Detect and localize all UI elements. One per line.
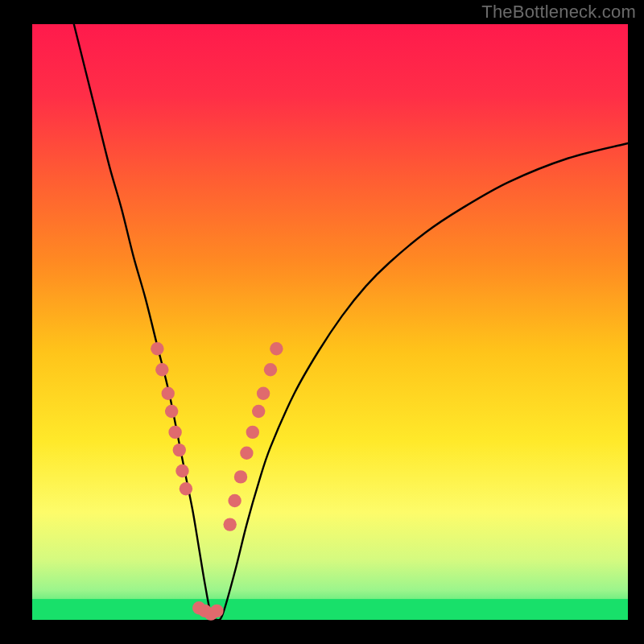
data-marker xyxy=(228,494,241,507)
chart-svg xyxy=(0,0,644,644)
data-marker xyxy=(252,405,265,418)
chart-frame: TheBottleneck.com xyxy=(0,0,644,644)
data-marker xyxy=(151,342,163,355)
data-marker xyxy=(173,444,186,456)
green-band xyxy=(32,599,628,620)
plot-background xyxy=(32,24,628,620)
data-marker xyxy=(264,363,277,376)
data-marker xyxy=(168,426,181,439)
data-marker xyxy=(180,482,192,495)
data-marker xyxy=(240,447,253,460)
data-marker xyxy=(162,387,175,400)
data-marker xyxy=(210,605,223,617)
data-marker xyxy=(246,426,259,439)
data-marker xyxy=(155,363,168,376)
data-marker xyxy=(175,464,188,477)
data-marker xyxy=(223,518,236,530)
data-marker xyxy=(257,387,270,400)
watermark-text: TheBottleneck.com xyxy=(481,2,636,23)
data-marker xyxy=(270,342,283,355)
data-marker xyxy=(165,405,178,418)
data-marker xyxy=(234,470,247,483)
